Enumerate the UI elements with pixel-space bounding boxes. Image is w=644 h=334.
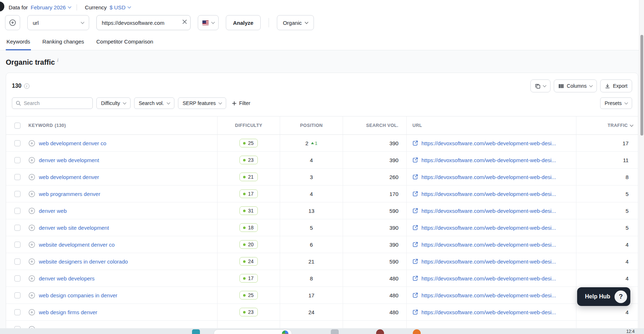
page-scrollbar[interactable]	[639, 0, 644, 334]
clear-input-icon[interactable]	[182, 19, 187, 24]
search-volume-value: 480	[343, 287, 406, 303]
app-logo[interactable]	[0, 1, 4, 12]
url-link[interactable]: https://devoxsoftware.com/web-developmen…	[421, 140, 556, 146]
search-vol-filter[interactable]: Search vol.	[134, 97, 174, 109]
row-checkbox[interactable]	[14, 258, 20, 265]
url-link[interactable]: https://devoxsoftware.com/web-developmen…	[421, 174, 556, 180]
external-link-icon[interactable]	[412, 292, 418, 298]
external-link-icon[interactable]	[412, 157, 418, 163]
difficulty-filter[interactable]: Difficulty	[96, 97, 131, 109]
select-all-checkbox[interactable]	[14, 123, 20, 129]
url-link[interactable]: https://devoxsoftware.com/web-developmen…	[421, 292, 556, 298]
taskbar-app-icon[interactable]	[192, 329, 200, 334]
circle-plus-icon[interactable]	[28, 140, 35, 147]
info-icon[interactable]: i	[57, 58, 59, 63]
search-input[interactable]	[24, 100, 89, 106]
row-checkbox[interactable]	[14, 309, 20, 315]
tab-keywords[interactable]: Keywords	[6, 34, 31, 50]
circle-plus-icon[interactable]	[28, 241, 35, 248]
keyword-link[interactable]: denver web site development	[39, 225, 109, 231]
presets-button[interactable]: Presets	[600, 97, 632, 109]
keyword-link[interactable]: denver web	[39, 208, 67, 214]
scrollbar-thumb[interactable]	[640, 35, 643, 136]
circle-plus-icon[interactable]	[28, 207, 35, 214]
table-row: website designers in denver colorado 24 …	[6, 253, 638, 270]
external-link-icon[interactable]	[412, 191, 418, 197]
serp-features-filter[interactable]: SERP features	[178, 97, 226, 109]
external-link-icon[interactable]	[412, 174, 418, 180]
keyword-link[interactable]: website designers in denver colorado	[39, 258, 128, 265]
traffic-value: 5	[576, 186, 638, 202]
external-link-icon[interactable]	[412, 258, 418, 264]
header-url[interactable]: URL	[406, 116, 576, 134]
external-link-icon[interactable]	[412, 208, 418, 214]
add-query-button[interactable]	[5, 15, 20, 30]
export-button[interactable]: Export	[600, 79, 632, 92]
row-checkbox[interactable]	[14, 140, 20, 146]
circle-plus-icon[interactable]	[28, 309, 35, 316]
external-link-icon[interactable]	[412, 140, 418, 146]
external-link-icon[interactable]	[412, 242, 418, 247]
row-checkbox[interactable]	[14, 292, 20, 298]
keyword-link[interactable]: web programmers denver	[39, 191, 100, 197]
tab-competitor-comparison[interactable]: Competitor Comparison	[96, 34, 154, 50]
columns-label: Columns	[567, 83, 586, 89]
period-dropdown[interactable]: February 2026	[31, 4, 71, 10]
keyword-link[interactable]: website development denver co	[39, 242, 115, 248]
add-filter-button[interactable]: Filter	[232, 100, 250, 106]
row-checkbox[interactable]	[14, 208, 20, 214]
taskbar-app-icon[interactable]	[413, 329, 421, 334]
header-search-vol[interactable]: Search vol.	[343, 116, 406, 134]
search-volume-value: 170	[343, 186, 406, 202]
header-position[interactable]: Position	[280, 116, 343, 134]
search-icon	[16, 101, 21, 106]
url-link[interactable]: https://devoxsoftware.com/web-developmen…	[421, 157, 556, 163]
circle-plus-icon[interactable]	[28, 258, 35, 265]
keyword-link[interactable]: web design firms denver	[39, 309, 97, 315]
circle-plus-icon[interactable]	[28, 174, 35, 180]
keyword-link[interactable]: web design companies in denver	[39, 292, 117, 298]
tab-ranking-changes[interactable]: Ranking changes	[42, 34, 85, 50]
info-icon[interactable]: i	[24, 83, 29, 89]
circle-plus-icon[interactable]	[28, 292, 35, 299]
header-difficulty[interactable]: Difficulty	[217, 116, 280, 134]
traffic-mode-select[interactable]: Organic	[277, 15, 314, 30]
url-link[interactable]: https://devoxsoftware.com/web-developmen…	[421, 191, 556, 197]
url-link[interactable]: https://devoxsoftware.com/web-developmen…	[421, 258, 556, 265]
search-type-select[interactable]: url	[27, 15, 89, 30]
header-keyword[interactable]: Keyword (130)	[28, 116, 217, 134]
taskbar-search-pill[interactable]	[214, 329, 292, 334]
columns-button[interactable]: Columns	[554, 79, 597, 92]
region-select[interactable]	[198, 15, 219, 30]
row-checkbox[interactable]	[14, 174, 20, 180]
keyword-link[interactable]: web development denver	[39, 174, 99, 180]
taskbar-app-icon[interactable]	[331, 329, 339, 334]
help-hub-button[interactable]: Help Hub ?	[577, 287, 630, 306]
external-link-icon[interactable]	[412, 275, 418, 281]
circle-plus-icon[interactable]	[28, 224, 35, 231]
circle-plus-icon[interactable]	[28, 191, 35, 197]
keyword-link[interactable]: denver web development	[39, 157, 99, 163]
url-input[interactable]	[96, 15, 191, 30]
analyze-button[interactable]: Analyze	[226, 15, 261, 30]
url-link[interactable]: https://devoxsoftware.com/web-developmen…	[421, 242, 556, 248]
taskbar-avatar-icon[interactable]	[376, 329, 384, 334]
circle-plus-icon[interactable]	[28, 157, 35, 164]
row-checkbox[interactable]	[14, 275, 20, 282]
header-traffic[interactable]: Traffic	[576, 116, 638, 134]
keyword-link[interactable]: web development denver co	[39, 140, 106, 146]
row-checkbox[interactable]	[14, 242, 20, 248]
row-checkbox[interactable]	[14, 157, 20, 163]
copy-view-button[interactable]	[530, 79, 551, 92]
row-checkbox[interactable]	[14, 225, 20, 231]
external-link-icon[interactable]	[412, 309, 418, 315]
url-link[interactable]: https://devoxsoftware.com/web-developmen…	[421, 275, 556, 282]
url-link[interactable]: https://devoxsoftware.com/web-developmen…	[421, 309, 556, 315]
circle-plus-icon[interactable]	[28, 275, 35, 282]
currency-dropdown[interactable]: $ USD	[110, 4, 131, 10]
url-link[interactable]: https://devoxsoftware.com/web-developmen…	[421, 225, 556, 231]
external-link-icon[interactable]	[412, 225, 418, 230]
url-link[interactable]: https://devoxsoftware.com/web-developmen…	[421, 208, 556, 214]
row-checkbox[interactable]	[14, 191, 20, 197]
keyword-link[interactable]: denver web developers	[39, 275, 95, 282]
